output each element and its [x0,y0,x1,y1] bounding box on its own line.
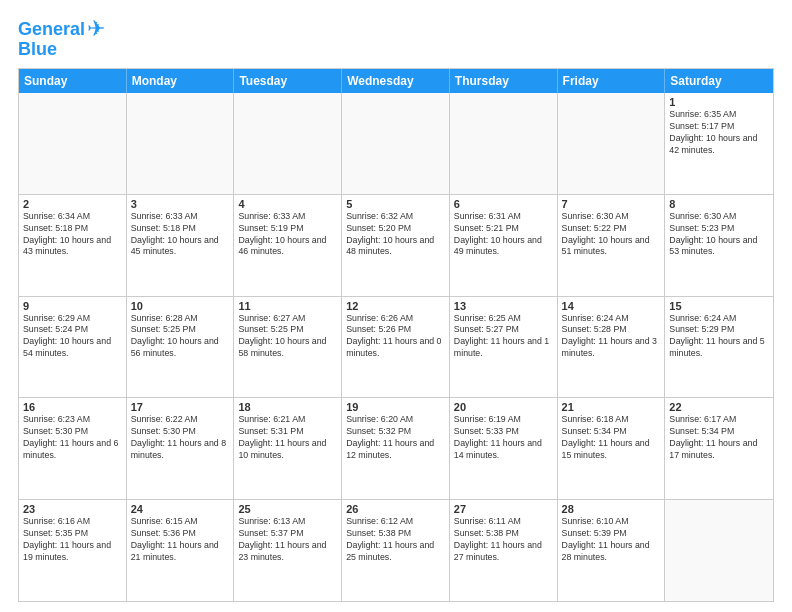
cell-info: Sunrise: 6:31 AM Sunset: 5:21 PM Dayligh… [454,211,553,259]
cell-info: Sunrise: 6:32 AM Sunset: 5:20 PM Dayligh… [346,211,445,259]
calendar-cell-r4-c3: 26Sunrise: 6:12 AM Sunset: 5:38 PM Dayli… [342,500,450,601]
calendar-row-2: 9Sunrise: 6:29 AM Sunset: 5:24 PM Daylig… [19,296,773,398]
calendar-cell-r0-c5 [558,93,666,194]
day-number: 26 [346,503,445,515]
weekday-header-thursday: Thursday [450,69,558,93]
weekday-header-sunday: Sunday [19,69,127,93]
day-number: 27 [454,503,553,515]
day-number: 9 [23,300,122,312]
cell-info: Sunrise: 6:16 AM Sunset: 5:35 PM Dayligh… [23,516,122,564]
calendar-cell-r0-c3 [342,93,450,194]
calendar: SundayMondayTuesdayWednesdayThursdayFrid… [18,68,774,602]
cell-info: Sunrise: 6:19 AM Sunset: 5:33 PM Dayligh… [454,414,553,462]
calendar-cell-r2-c2: 11Sunrise: 6:27 AM Sunset: 5:25 PM Dayli… [234,297,342,398]
day-number: 13 [454,300,553,312]
day-number: 3 [131,198,230,210]
day-number: 28 [562,503,661,515]
day-number: 18 [238,401,337,413]
cell-info: Sunrise: 6:17 AM Sunset: 5:34 PM Dayligh… [669,414,769,462]
calendar-body: 1Sunrise: 6:35 AM Sunset: 5:17 PM Daylig… [19,93,773,601]
calendar-cell-r4-c5: 28Sunrise: 6:10 AM Sunset: 5:39 PM Dayli… [558,500,666,601]
cell-info: Sunrise: 6:27 AM Sunset: 5:25 PM Dayligh… [238,313,337,361]
cell-info: Sunrise: 6:10 AM Sunset: 5:39 PM Dayligh… [562,516,661,564]
day-number: 25 [238,503,337,515]
day-number: 2 [23,198,122,210]
header: General ✈ Blue [18,18,774,58]
cell-info: Sunrise: 6:15 AM Sunset: 5:36 PM Dayligh… [131,516,230,564]
calendar-cell-r3-c1: 17Sunrise: 6:22 AM Sunset: 5:30 PM Dayli… [127,398,235,499]
day-number: 20 [454,401,553,413]
cell-info: Sunrise: 6:22 AM Sunset: 5:30 PM Dayligh… [131,414,230,462]
calendar-row-1: 2Sunrise: 6:34 AM Sunset: 5:18 PM Daylig… [19,194,773,296]
calendar-cell-r3-c0: 16Sunrise: 6:23 AM Sunset: 5:30 PM Dayli… [19,398,127,499]
calendar-cell-r0-c6: 1Sunrise: 6:35 AM Sunset: 5:17 PM Daylig… [665,93,773,194]
calendar-cell-r1-c1: 3Sunrise: 6:33 AM Sunset: 5:18 PM Daylig… [127,195,235,296]
day-number: 24 [131,503,230,515]
day-number: 7 [562,198,661,210]
calendar-cell-r2-c3: 12Sunrise: 6:26 AM Sunset: 5:26 PM Dayli… [342,297,450,398]
cell-info: Sunrise: 6:23 AM Sunset: 5:30 PM Dayligh… [23,414,122,462]
cell-info: Sunrise: 6:11 AM Sunset: 5:38 PM Dayligh… [454,516,553,564]
weekday-header-saturday: Saturday [665,69,773,93]
weekday-header-friday: Friday [558,69,666,93]
day-number: 16 [23,401,122,413]
calendar-cell-r2-c0: 9Sunrise: 6:29 AM Sunset: 5:24 PM Daylig… [19,297,127,398]
cell-info: Sunrise: 6:20 AM Sunset: 5:32 PM Dayligh… [346,414,445,462]
logo-blue: Blue [18,40,57,58]
cell-info: Sunrise: 6:33 AM Sunset: 5:19 PM Dayligh… [238,211,337,259]
cell-info: Sunrise: 6:30 AM Sunset: 5:23 PM Dayligh… [669,211,769,259]
logo-general: General [18,19,85,39]
calendar-cell-r4-c0: 23Sunrise: 6:16 AM Sunset: 5:35 PM Dayli… [19,500,127,601]
calendar-cell-r0-c1 [127,93,235,194]
calendar-cell-r4-c6 [665,500,773,601]
calendar-cell-r4-c4: 27Sunrise: 6:11 AM Sunset: 5:38 PM Dayli… [450,500,558,601]
day-number: 4 [238,198,337,210]
logo-bird-icon: ✈ [87,18,105,40]
calendar-cell-r3-c3: 19Sunrise: 6:20 AM Sunset: 5:32 PM Dayli… [342,398,450,499]
day-number: 1 [669,96,769,108]
calendar-cell-r2-c5: 14Sunrise: 6:24 AM Sunset: 5:28 PM Dayli… [558,297,666,398]
calendar-cell-r1-c5: 7Sunrise: 6:30 AM Sunset: 5:22 PM Daylig… [558,195,666,296]
calendar-cell-r1-c2: 4Sunrise: 6:33 AM Sunset: 5:19 PM Daylig… [234,195,342,296]
day-number: 23 [23,503,122,515]
calendar-cell-r1-c6: 8Sunrise: 6:30 AM Sunset: 5:23 PM Daylig… [665,195,773,296]
day-number: 6 [454,198,553,210]
logo: General ✈ Blue [18,18,105,58]
cell-info: Sunrise: 6:28 AM Sunset: 5:25 PM Dayligh… [131,313,230,361]
weekday-header-tuesday: Tuesday [234,69,342,93]
calendar-header: SundayMondayTuesdayWednesdayThursdayFrid… [19,69,773,93]
calendar-cell-r3-c4: 20Sunrise: 6:19 AM Sunset: 5:33 PM Dayli… [450,398,558,499]
cell-info: Sunrise: 6:18 AM Sunset: 5:34 PM Dayligh… [562,414,661,462]
day-number: 10 [131,300,230,312]
cell-info: Sunrise: 6:13 AM Sunset: 5:37 PM Dayligh… [238,516,337,564]
cell-info: Sunrise: 6:25 AM Sunset: 5:27 PM Dayligh… [454,313,553,361]
cell-info: Sunrise: 6:35 AM Sunset: 5:17 PM Dayligh… [669,109,769,157]
calendar-cell-r2-c1: 10Sunrise: 6:28 AM Sunset: 5:25 PM Dayli… [127,297,235,398]
cell-info: Sunrise: 6:21 AM Sunset: 5:31 PM Dayligh… [238,414,337,462]
day-number: 22 [669,401,769,413]
calendar-cell-r3-c5: 21Sunrise: 6:18 AM Sunset: 5:34 PM Dayli… [558,398,666,499]
day-number: 8 [669,198,769,210]
weekday-header-monday: Monday [127,69,235,93]
calendar-row-4: 23Sunrise: 6:16 AM Sunset: 5:35 PM Dayli… [19,499,773,601]
cell-info: Sunrise: 6:30 AM Sunset: 5:22 PM Dayligh… [562,211,661,259]
day-number: 15 [669,300,769,312]
cell-info: Sunrise: 6:34 AM Sunset: 5:18 PM Dayligh… [23,211,122,259]
calendar-row-0: 1Sunrise: 6:35 AM Sunset: 5:17 PM Daylig… [19,93,773,194]
day-number: 14 [562,300,661,312]
logo-text: General [18,20,85,38]
cell-info: Sunrise: 6:12 AM Sunset: 5:38 PM Dayligh… [346,516,445,564]
calendar-cell-r2-c6: 15Sunrise: 6:24 AM Sunset: 5:29 PM Dayli… [665,297,773,398]
calendar-cell-r0-c0 [19,93,127,194]
calendar-cell-r3-c2: 18Sunrise: 6:21 AM Sunset: 5:31 PM Dayli… [234,398,342,499]
day-number: 21 [562,401,661,413]
calendar-cell-r4-c1: 24Sunrise: 6:15 AM Sunset: 5:36 PM Dayli… [127,500,235,601]
calendar-cell-r0-c2 [234,93,342,194]
calendar-cell-r0-c4 [450,93,558,194]
cell-info: Sunrise: 6:26 AM Sunset: 5:26 PM Dayligh… [346,313,445,361]
weekday-header-wednesday: Wednesday [342,69,450,93]
cell-info: Sunrise: 6:24 AM Sunset: 5:29 PM Dayligh… [669,313,769,361]
day-number: 12 [346,300,445,312]
day-number: 5 [346,198,445,210]
calendar-row-3: 16Sunrise: 6:23 AM Sunset: 5:30 PM Dayli… [19,397,773,499]
